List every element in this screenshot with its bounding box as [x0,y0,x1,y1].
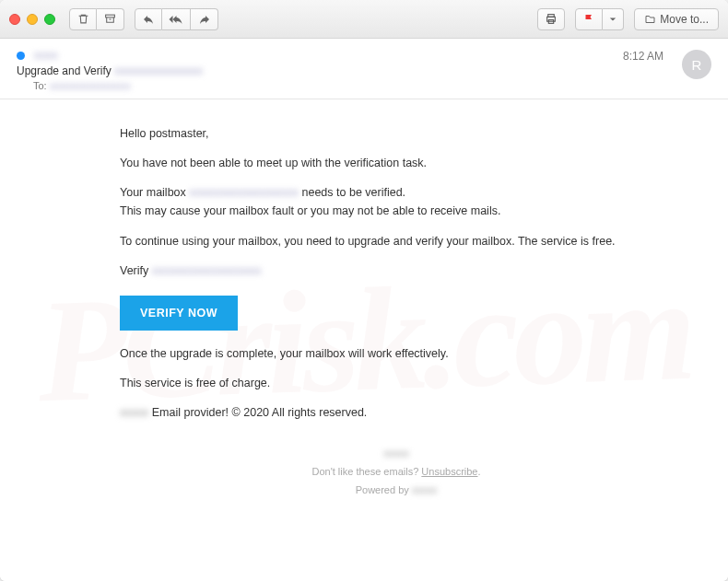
reply-icon [142,14,155,25]
flag-group [575,8,624,30]
message-header: xxxx Upgrade and Verify xxxxxxxxxxxxxxxx… [0,39,728,99]
para-5: Verify xxxxxxxxxxxxxxxxxxx [120,262,673,279]
window-controls [9,14,55,25]
powered-by-line: Powered by xxxxx [120,482,673,500]
to-email: xxxxxxxxxxxxxxxx [50,80,131,91]
to-label: To: [33,80,50,91]
flag-icon [583,13,594,25]
reply-button[interactable] [135,8,162,30]
subject-text: Upgrade and Verify [17,64,114,77]
delete-button[interactable] [69,8,97,30]
message-body: PCrisk.com Hello postmaster, You have no… [0,99,728,581]
subject-email: xxxxxxxxxxxxxxxx [114,64,203,77]
flag-menu-button[interactable] [603,8,624,30]
reply-all-icon [169,14,183,25]
print-icon [545,13,558,25]
mail-window: Move to... xxxx Upgrade and Verify xxxxx… [0,0,728,581]
titlebar: Move to... [0,0,728,39]
email-content: Hello postmaster, You have not been able… [120,99,673,518]
folder-icon [644,14,656,25]
greeting: Hello postmaster, [120,125,673,142]
subject-row: Upgrade and Verify xxxxxxxxxxxxxxxx [17,64,614,77]
move-to-button[interactable]: Move to... [634,8,719,30]
unsubscribe-link[interactable]: Unsubscribe [421,466,477,477]
para-8: xxxxx Email provider! © 2020 All rights … [120,404,673,421]
unread-dot-icon [17,52,25,60]
sender-row: xxxx [17,48,614,62]
unsubscribe-line: Don't like these emails? Unsubscribe. [120,463,673,482]
delete-group [69,8,124,30]
zoom-window-button[interactable] [44,14,55,25]
print-button[interactable] [537,8,565,30]
minimize-window-button[interactable] [27,14,38,25]
chevron-down-icon [609,16,616,23]
para-3: This may cause your mailbox fault or you… [120,203,673,219]
avatar-initial: R [692,57,702,73]
para-4: To continue using your mailbox, you need… [120,233,673,250]
forward-button[interactable] [191,8,218,30]
email-footer: xxxxx Don't like these emails? Unsubscri… [120,445,673,499]
reply-all-button[interactable] [162,8,191,30]
para-2: Your mailbox xxxxxxxxxxxxxxxxxxx needs t… [120,184,673,201]
para-6: Once the upgrade is complete, your mailb… [120,345,673,362]
para-1: You have not been able to meet up with t… [120,155,673,171]
verify-now-button[interactable]: VERIFY NOW [120,296,238,331]
trash-icon [77,13,89,25]
close-window-button[interactable] [9,14,20,25]
svg-rect-0 [106,15,115,17]
sender-name: xxxx [34,48,58,62]
para-7: This service is free of charge. [120,375,673,391]
nav-group [135,8,218,30]
avatar: R [682,50,711,79]
received-time: 8:12 AM [623,48,663,91]
forward-icon [198,14,211,25]
footer-brand: xxxxx [383,447,409,459]
archive-button[interactable] [97,8,124,30]
to-row: To: xxxxxxxxxxxxxxxx [33,80,614,91]
move-to-label: Move to... [660,13,709,26]
flag-button[interactable] [575,8,603,30]
archive-icon [104,13,116,25]
